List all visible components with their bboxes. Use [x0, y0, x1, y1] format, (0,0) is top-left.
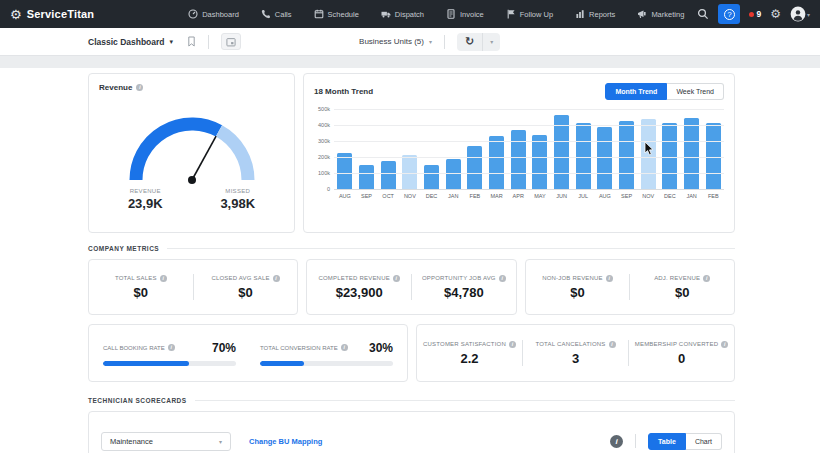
chart-x-tick: DEC [659, 193, 681, 199]
bu-select[interactable]: Maintenance ▾ [101, 432, 231, 451]
company-metrics-section-header: COMPANY METRICS [88, 245, 735, 252]
nav-item-follow-up[interactable]: Follow Up [495, 0, 564, 28]
chart-view-button[interactable]: Chart [686, 433, 722, 450]
bar-group [334, 109, 724, 189]
table-view-button[interactable]: Table [648, 433, 686, 450]
chart-bar[interactable] [532, 135, 547, 189]
bookmark-icon[interactable] [187, 36, 196, 47]
section-title: TECHNICIAN SCORECARDS [88, 397, 187, 404]
metric-card-revenue: COMPLETED REVENUEi $23,900 OPPORTUNITY J… [306, 259, 516, 315]
toolbar-divider [208, 35, 209, 49]
settings-gear-icon[interactable]: ⚙ [770, 7, 781, 21]
chart-bar-column [356, 109, 378, 189]
rate-value: 30% [369, 341, 393, 355]
chevron-down-icon: ▾ [807, 11, 810, 18]
chart-bar-column [399, 109, 421, 189]
metric-value: $23,900 [307, 285, 411, 300]
booking-conversion-card: CALL BOOKING RATEi 70% TOTAL CONVERSION … [88, 324, 408, 382]
chart-x-tick: AUG [594, 193, 616, 199]
trend-chart-card: 18 Month Trend Month Trend Week Trend 50… [303, 73, 735, 233]
nav-item-invoice[interactable]: Invoice [435, 0, 495, 28]
info-icon[interactable]: i [609, 341, 616, 348]
business-units-filter[interactable]: Business Units (5) ▾ [359, 37, 432, 46]
chart-x-tick: JAN [681, 193, 703, 199]
chart-bar-column [507, 109, 529, 189]
nav-item-dispatch[interactable]: Dispatch [370, 0, 435, 28]
chart-x-tick: NOV [399, 193, 421, 199]
info-icon[interactable]: i [610, 435, 623, 448]
notification-dot-icon [749, 12, 754, 17]
metric-value: 2.2 [417, 351, 522, 366]
month-trend-button[interactable]: Month Trend [605, 83, 667, 100]
user-menu[interactable]: ▾ [790, 6, 810, 22]
nav-item-label: Marketing [651, 10, 684, 19]
info-icon[interactable]: i [168, 344, 175, 351]
chart-bar[interactable] [337, 153, 352, 189]
help-button[interactable]: ? [718, 4, 740, 24]
content-top-strip [0, 56, 820, 68]
chart-x-tick: FEB [702, 193, 724, 199]
info-icon[interactable]: i [393, 275, 400, 282]
toolbar-divider [444, 35, 445, 49]
progress-bar [103, 361, 236, 366]
info-icon[interactable]: i [341, 344, 348, 351]
chevron-down-icon: ▾ [219, 438, 222, 445]
chart-bar[interactable] [467, 146, 482, 189]
info-icon[interactable]: i [721, 341, 728, 348]
revenue-gauge [107, 94, 277, 186]
chart-bar[interactable] [424, 165, 439, 189]
chart-bar[interactable] [511, 130, 526, 189]
info-icon[interactable]: i [273, 275, 280, 282]
refresh-options-chevron-icon[interactable]: ▾ [482, 33, 500, 51]
chart-bar[interactable] [684, 118, 699, 189]
nav-right-controls: ? 9 ⚙ ▾ [697, 4, 810, 24]
metric-label: MEMBERSHIP CONVERTED [635, 341, 718, 347]
dashboard-selector[interactable]: Classic Dashboard ▾ [88, 37, 173, 47]
chart-bar[interactable] [446, 159, 461, 189]
nav-item-marketing[interactable]: Marketing [626, 0, 695, 28]
chart-bar-column [637, 109, 659, 189]
metric-value: $4,780 [412, 285, 516, 300]
chart-y-tick: 100k [318, 170, 330, 176]
nav-item-label: Dispatch [395, 10, 424, 19]
nav-item-dashboard[interactable]: Dashboard [177, 0, 250, 28]
chart-bar[interactable] [554, 115, 569, 189]
brand-logo[interactable]: ⚙ ServiceTitan [10, 8, 175, 21]
chart-x-tick: MAR [486, 193, 508, 199]
info-icon[interactable]: i [136, 84, 143, 91]
week-trend-button[interactable]: Week Trend [667, 83, 724, 100]
chart-bar[interactable] [641, 119, 656, 189]
metric-total-cancelations: TOTAL CANCELATIONSi 3 [523, 341, 628, 366]
chart-bar[interactable] [381, 161, 396, 189]
toolbar-divider [635, 434, 636, 448]
change-bu-mapping-link[interactable]: Change BU Mapping [249, 437, 322, 446]
nav-item-schedule[interactable]: Schedule [303, 0, 370, 28]
servicetitan-logo-icon: ⚙ [10, 8, 22, 21]
info-icon[interactable]: i [509, 341, 516, 348]
chart-bar[interactable] [359, 165, 374, 189]
info-icon[interactable]: i [160, 275, 167, 282]
nav-item-reports[interactable]: Reports [564, 0, 626, 28]
metric-card-other-revenue: NON-JOB REVENUEi $0 ADJ. REVENUEi $0 [525, 259, 735, 315]
revenue-gauge-card: Revenue i REVENUE 23,9K MISSED 3,98K [88, 73, 295, 233]
info-icon[interactable]: i [606, 275, 613, 282]
metric-label: ADJ. REVENUE [654, 275, 700, 281]
nav-item-calls[interactable]: Calls [250, 0, 303, 28]
chart-bar-column [421, 109, 443, 189]
info-icon[interactable]: i [499, 275, 506, 282]
invoice-icon [446, 9, 456, 19]
chart-bar[interactable] [489, 136, 504, 189]
gauge-metric-label: REVENUE [99, 188, 192, 194]
notification-badge[interactable]: 9 [749, 9, 761, 19]
refresh-icon[interactable]: ↻ [457, 33, 482, 51]
search-icon[interactable] [697, 8, 709, 20]
avatar-icon [790, 6, 806, 22]
date-range-button[interactable] [221, 33, 241, 50]
chart-x-axis: AUGSEPOCTNOVDECJANFEBMARAPRMAYJUNJULAUGS… [334, 193, 724, 199]
chart-bar[interactable] [619, 121, 634, 189]
technician-scorecards-section-header: TECHNICIAN SCORECARDS [88, 397, 735, 404]
info-icon[interactable]: i [703, 275, 710, 282]
chart-bar-column [659, 109, 681, 189]
rate-value: 70% [212, 341, 236, 355]
chart-x-tick: OCT [377, 193, 399, 199]
